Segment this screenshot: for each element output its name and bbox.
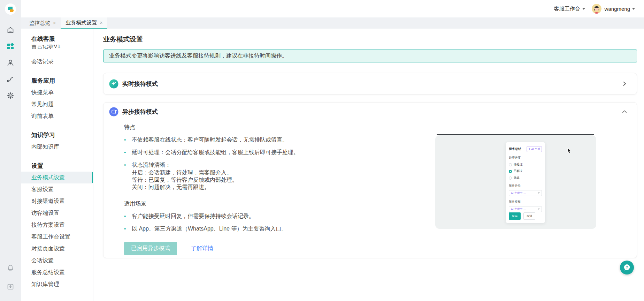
service-summary-form: 服务总结 ✦ AI 生成 处理进度 待处理已解决无效 服务分类 AI 生成中 .…: [506, 142, 545, 223]
app-root: 客服工作台 wangmeng 监控总览 × 业务模式设置 × 在线: [0, 0, 644, 301]
tab-monitor-overview[interactable]: 监控总览 ×: [24, 17, 61, 29]
bullet-line: •延时可处理：会话分配给客服或技能组，客服上线后即可接手处理。: [124, 149, 424, 156]
bullet-line: •以 App、第三方渠道（WhatsApp、Line 等）为主要咨询入口。: [124, 225, 424, 233]
realtime-mode-title: 实时接待模式: [122, 80, 158, 88]
sidebar-item-内部知识库[interactable]: 内部知识库: [21, 141, 93, 153]
bullet-line: •等待：已回复，等待客户反馈或内部处理。: [124, 176, 424, 183]
sidebar-section-header: 在线客服: [21, 35, 93, 43]
sidebar-item-询前表单[interactable]: 询前表单: [21, 110, 93, 122]
help-button[interactable]: ?: [620, 261, 634, 274]
ai-generate-button: ✦ AI 生成: [527, 146, 542, 152]
radio-icon: [509, 176, 512, 180]
preview-cancel-button: 取消: [523, 212, 535, 220]
bullet-line: •不依赖客服在线状态：客户可随时发起会话，无需排队或留言。: [124, 136, 424, 144]
async-preview-illustration: 服务总结 ✦ AI 生成 处理进度 待处理已解决无效 服务分类 AI 生成中 .…: [435, 134, 599, 230]
close-icon[interactable]: ×: [53, 21, 56, 25]
sidebar-item-会话设置[interactable]: 会话设置: [21, 255, 93, 266]
tab-label: 监控总览: [29, 20, 50, 27]
radio-option-已解决: 已解决: [509, 169, 542, 173]
settings-gear-icon[interactable]: [6, 91, 15, 100]
notifications-bell-icon[interactable]: [6, 263, 15, 272]
sidebar-section: 在线客服留言记录V1会话记录: [21, 35, 93, 68]
bullet-icon: •: [124, 136, 132, 144]
template-select: AI 生成中 ...: [509, 206, 542, 212]
sidebar-item-会话记录[interactable]: 会话记录: [21, 56, 93, 68]
async-chat-icon: [109, 107, 118, 116]
agents-icon[interactable]: [6, 58, 15, 67]
async-description: 特点 •不依赖客服在线状态：客户可随时发起会话，无需排队或留言。•延时可处理：会…: [124, 121, 424, 255]
tab-strip: 监控总览 × 业务模式设置 ×: [21, 17, 644, 29]
sidebar-item-留言记录V1[interactable]: 留言记录V1: [21, 45, 93, 56]
sparkle-icon: [109, 79, 118, 89]
username-label: wangmeng: [605, 6, 630, 12]
mouse-cursor-icon: [567, 148, 572, 154]
realtime-mode-card[interactable]: 实时接待模式: [103, 73, 637, 95]
bullet-line: •关闭：问题解决，无需再跟进。: [124, 183, 424, 191]
async-mode-header[interactable]: 异步接待模式: [104, 103, 637, 121]
sidebar-item-服务总结设置[interactable]: 服务总结设置: [21, 266, 93, 278]
features-list: •不依赖客服在线状态：客户可随时发起会话，无需排队或留言。•延时可处理：会话分配…: [124, 136, 424, 191]
chevron-up-icon[interactable]: [621, 108, 628, 115]
async-mode-card: 异步接待模式 特点 •不依赖客服在线状态：客户可随时发起会话，无需排队或留言。•…: [103, 102, 637, 258]
scenarios-list: •客户能接受延时回复，但需要保持持续会话记录。•以 App、第三方渠道（What…: [124, 212, 424, 233]
bullet-text: 等待：已回复，等待客户反馈或内部处理。: [132, 176, 238, 183]
notice-text: 业务模式变更将影响访客进线及客服接待规则，建议在非接待时间操作。: [109, 52, 288, 60]
user-menu[interactable]: wangmeng: [605, 6, 635, 12]
bullet-text: 不依赖客服在线状态：客户可随时发起会话，无需排队或留言。: [132, 136, 288, 144]
brand-logo-icon: [5, 3, 16, 15]
category-label: 服务分类: [509, 184, 542, 188]
bullet-line: •状态流转清晰：: [124, 161, 424, 169]
sidebar-item-业务模式设置[interactable]: 业务模式设置: [21, 172, 93, 183]
sidebar-section: 服务应用快捷菜单常见问题询前表单: [21, 77, 93, 122]
sidebar-nav: 在线客服留言记录V1会话记录服务应用快捷菜单常见问题询前表单知识学习内部知识库设…: [21, 29, 93, 301]
radio-label: 无效: [514, 176, 520, 180]
radio-option-无效: 无效: [509, 176, 542, 180]
sidebar-item-快捷菜单[interactable]: 快捷菜单: [21, 86, 93, 98]
radio-label: 已解决: [514, 169, 523, 173]
radio-label: 待处理: [514, 163, 523, 167]
sidebar-item-客服工作台设置[interactable]: 客服工作台设置: [21, 231, 93, 243]
bullet-text: 开启：会话新建，待处理，需客服介入。: [132, 169, 232, 176]
sidebar-item-对接页面设置[interactable]: 对接页面设置: [21, 243, 93, 255]
close-icon[interactable]: ×: [100, 20, 102, 25]
download-tray-icon[interactable]: [6, 282, 15, 291]
features-label: 特点: [124, 123, 424, 131]
chevron-down-icon: [632, 8, 635, 10]
sidebar-item-接待方案设置[interactable]: 接待方案设置: [21, 219, 93, 231]
bullet-icon: •: [124, 225, 132, 233]
topbar: 客服工作台 wangmeng: [21, 0, 644, 17]
radio-option-待处理: 待处理: [509, 163, 542, 167]
avatar[interactable]: [592, 4, 601, 14]
bullet-line: •客户能接受延时回复，但需要保持持续会话记录。: [124, 212, 424, 220]
preview-panel: 服务总结 ✦ AI 生成 处理进度 待处理已解决无效 服务分类 AI 生成中 .…: [435, 135, 596, 229]
preview-save-button: 保存: [509, 212, 521, 220]
home-icon[interactable]: [6, 25, 15, 35]
route-flow-icon[interactable]: [6, 75, 15, 84]
sidebar-item-访客端设置[interactable]: 访客端设置: [21, 207, 93, 219]
notice-banner: 业务模式变更将影响访客进线及客服接待规则，建议在非接待时间操作。: [103, 50, 637, 62]
bullet-icon: •: [124, 149, 132, 156]
details-link[interactable]: 了解详情: [191, 245, 213, 252]
async-mode-title: 异步接待模式: [122, 108, 158, 116]
sidebar-item-常见问题[interactable]: 常见问题: [21, 98, 93, 110]
workspace-label: 客服工作台: [554, 6, 580, 12]
sidebar-item-知识库管理[interactable]: 知识库管理: [21, 278, 93, 290]
bullet-text: 关闭：问题解决，无需再跟进。: [132, 183, 210, 191]
progress-label: 处理进度: [509, 156, 542, 160]
tab-business-mode-settings[interactable]: 业务模式设置 ×: [61, 17, 107, 29]
apps-grid-icon[interactable]: [6, 42, 15, 51]
workspace-switcher[interactable]: 客服工作台: [554, 6, 585, 12]
radio-icon: [509, 163, 512, 166]
svg-text:?: ?: [626, 265, 628, 269]
chevron-right-icon[interactable]: [621, 81, 628, 87]
chevron-down-icon: [582, 8, 585, 10]
sidebar-item-客服设置[interactable]: 客服设置: [21, 183, 93, 195]
bullet-icon: •: [124, 161, 132, 169]
sidebar-item-对接渠道设置[interactable]: 对接渠道设置: [21, 195, 93, 207]
radio-icon: [509, 170, 512, 173]
page-title: 业务模式设置: [103, 35, 637, 44]
async-enabled-button[interactable]: 已启用异步模式: [124, 242, 177, 255]
sidebar-section-header: 服务应用: [21, 77, 93, 85]
chevron-down-icon: [538, 209, 540, 210]
chevron-down-icon: [538, 193, 540, 194]
